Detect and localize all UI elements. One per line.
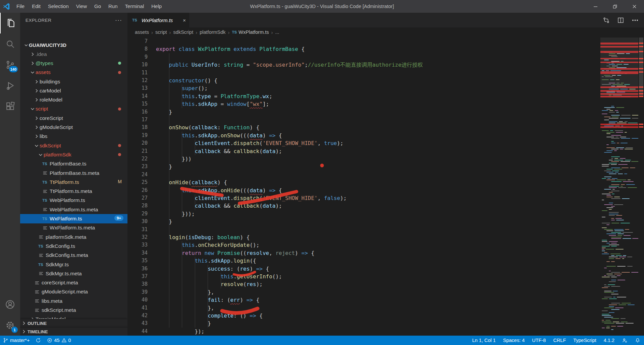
- tree-item-sdkScript.meta[interactable]: sdkScript.meta: [20, 305, 127, 315]
- breadcrumb-item[interactable]: sdkScript: [173, 29, 194, 35]
- tab-wxplatform[interactable]: TS WxPlatform.ts ×: [127, 13, 189, 27]
- menu-file[interactable]: File: [13, 0, 28, 13]
- restore-button[interactable]: [605, 0, 625, 13]
- tree-item-PlatformBase.ts[interactable]: TSPlatformBase.ts: [20, 159, 127, 168]
- tree-item-gModuleScript[interactable]: gModuleScript: [20, 123, 127, 132]
- code-line-32[interactable]: 32 login(isDebug: boolean) {: [127, 233, 600, 241]
- section-outline[interactable]: OUTLINE: [20, 319, 127, 327]
- breadcrumb-item[interactable]: platformSdk: [200, 29, 225, 35]
- breadcrumb-item[interactable]: assets: [135, 29, 149, 35]
- code-line-27[interactable]: 27 clientEvent.dispatch('EVENT_SHOW_HIDE…: [127, 194, 600, 202]
- status-git-branch-icon[interactable]: master*+: [0, 336, 33, 345]
- code-line-18[interactable]: 18 onShow(callback: Function) {: [127, 124, 600, 131]
- menu-selection[interactable]: Selection: [44, 0, 72, 13]
- status-error-icon[interactable]: 450: [44, 336, 74, 345]
- menu-view[interactable]: View: [72, 0, 91, 13]
- code-line-28[interactable]: 28 callback && callback(data);: [127, 202, 600, 210]
- tree-root-folder[interactable]: GUAIWUCITY3D: [20, 41, 127, 50]
- activity-account[interactable]: [0, 294, 20, 315]
- tree-item-coreScript.meta[interactable]: coreScript.meta: [20, 278, 127, 287]
- code-line-33[interactable]: 33 this.onCheckForUpdate();: [127, 241, 600, 249]
- code-line-38[interactable]: 38 resolve(res);: [127, 280, 600, 288]
- code-line-14[interactable]: 14 this.type = PlatformType.wx;: [127, 92, 600, 100]
- section-timeline[interactable]: TIMELINE: [20, 327, 127, 336]
- status-feedback-icon[interactable]: [618, 336, 631, 345]
- tree-item-buildings[interactable]: buildings: [20, 77, 127, 86]
- code-line-9[interactable]: 9: [127, 53, 600, 61]
- code-line-24[interactable]: 24: [127, 171, 600, 179]
- status-item-4-1-2[interactable]: 4.1.2: [600, 336, 618, 345]
- activity-source-control[interactable]: 140: [0, 54, 20, 75]
- code-line-20[interactable]: 20 clientEvent.dispatch('EVENT_SHOW_HIDE…: [127, 139, 600, 147]
- status-bell-icon[interactable]: [631, 336, 644, 345]
- code-line-19[interactable]: 19 this.sdkApp.onShow(((data) => {: [127, 132, 600, 139]
- tree-item-gModuleScript.meta[interactable]: gModuleScript.meta: [20, 287, 127, 296]
- status-item-spaces-4[interactable]: Spaces: 4: [499, 336, 529, 345]
- code-line-34[interactable]: 34 return new Promise((resolve, reject) …: [127, 249, 600, 257]
- code-editor[interactable]: 7 8 export class WxPlatform extends Plat…: [127, 37, 644, 336]
- code-line-21[interactable]: 21 callback && callback(data);: [127, 147, 600, 155]
- code-line-11[interactable]: 11: [127, 69, 600, 77]
- breadcrumb-item[interactable]: script: [155, 29, 167, 35]
- tab-close-icon[interactable]: ×: [183, 17, 186, 23]
- code-line-22[interactable]: 22 })): [127, 155, 600, 163]
- breadcrumb-item[interactable]: ...: [275, 29, 279, 35]
- code-line-35[interactable]: 35 this.sdkApp.login({: [127, 257, 600, 265]
- close-button[interactable]: [625, 0, 644, 13]
- more-actions-icon[interactable]: [632, 17, 639, 24]
- status-item-ln-1-col-1[interactable]: Ln 1, Col 1: [469, 336, 499, 345]
- code-line-41[interactable]: 41 },: [127, 304, 600, 312]
- tree-item-roleModel[interactable]: roleModel: [20, 95, 127, 105]
- code-line-17[interactable]: 17: [127, 116, 600, 124]
- tree-item-assets[interactable]: assets: [20, 68, 127, 77]
- code-line-30[interactable]: 30 }: [127, 218, 600, 225]
- tree-item-WxPlatform.ts.meta[interactable]: WxPlatform.ts.meta: [20, 223, 127, 232]
- status-item-typescript[interactable]: TypeScript: [570, 336, 600, 345]
- code-line-25[interactable]: 25 onHide(callback) {: [127, 179, 600, 186]
- tree-item-script[interactable]: script: [20, 105, 127, 114]
- code-line-12[interactable]: 12 constructor() {: [127, 77, 600, 84]
- tree-item-sdkScript[interactable]: sdkScript: [20, 141, 127, 150]
- code-line-39[interactable]: 39 },: [127, 288, 600, 296]
- minimap-slider[interactable]: [600, 38, 638, 97]
- tree-item-SdkMgr.ts.meta[interactable]: SdkMgr.ts.meta: [20, 269, 127, 278]
- menu-go[interactable]: Go: [91, 0, 105, 13]
- code-line-15[interactable]: 15 this.sdkApp = window["wx"];: [127, 100, 600, 108]
- code-line-8[interactable]: 8 export class WxPlatform extends Platfo…: [127, 45, 600, 53]
- status-item-crlf[interactable]: CRLF: [549, 336, 570, 345]
- activity-search[interactable]: [0, 33, 20, 54]
- minimap[interactable]: [600, 37, 638, 336]
- tree-item-WebPlatform.ts.meta[interactable]: WebPlatform.ts.meta: [20, 205, 127, 214]
- tree-item-SdkConfig.ts.meta[interactable]: SdkConfig.ts.meta: [20, 251, 127, 260]
- tree-item-TtPlatform.ts.meta[interactable]: TtPlatform.ts.meta: [20, 187, 127, 196]
- tree-item-.idea[interactable]: .idea: [20, 50, 127, 59]
- activity-explorer[interactable]: [0, 13, 20, 33]
- activity-run-debug[interactable]: [0, 75, 20, 96]
- code-line-26[interactable]: 26 this.sdkApp.onHide(((data) => {: [127, 187, 600, 194]
- explorer-more-actions-icon[interactable]: ···: [115, 17, 122, 24]
- menu-run[interactable]: Run: [105, 0, 121, 13]
- activity-settings[interactable]: 1: [0, 315, 20, 336]
- tree-item-SdkMgr.ts[interactable]: TSSdkMgr.ts: [20, 260, 127, 269]
- tree-item-platformSdk[interactable]: platformSdk: [20, 150, 127, 159]
- tree-item-carModel[interactable]: carModel: [20, 86, 127, 95]
- code-line-10[interactable]: 10 public UserInfo: string = "scope.user…: [127, 61, 600, 69]
- tree-item-libs[interactable]: libs: [20, 132, 127, 141]
- tree-item-libs.meta[interactable]: libs.meta: [20, 296, 127, 305]
- tree-item-@types[interactable]: @types: [20, 59, 127, 68]
- code-line-23[interactable]: 23 }: [127, 163, 600, 170]
- status-sync-icon[interactable]: [33, 336, 44, 345]
- status-item-utf-8[interactable]: UTF-8: [528, 336, 549, 345]
- code-line-16[interactable]: 16 }: [127, 108, 600, 116]
- code-line-44[interactable]: 44 });: [127, 328, 600, 335]
- activity-extensions[interactable]: [0, 96, 20, 117]
- minimize-button[interactable]: [586, 0, 605, 13]
- tree-item-SdkConfig.ts[interactable]: TSSdkConfig.ts: [20, 242, 127, 251]
- tree-item-WebPlatform.ts[interactable]: TSWebPlatform.ts: [20, 196, 127, 205]
- tree-item-TtPlatform.ts[interactable]: TSTtPlatform.tsM: [20, 178, 127, 187]
- scrollbar[interactable]: [638, 37, 644, 336]
- code-line-43[interactable]: 43 }: [127, 320, 600, 327]
- code-line-36[interactable]: 36 success: (res) => {: [127, 265, 600, 273]
- tree-item-PlatformBase.ts.meta[interactable]: PlatformBase.ts.meta: [20, 168, 127, 178]
- code-line-31[interactable]: 31: [127, 226, 600, 233]
